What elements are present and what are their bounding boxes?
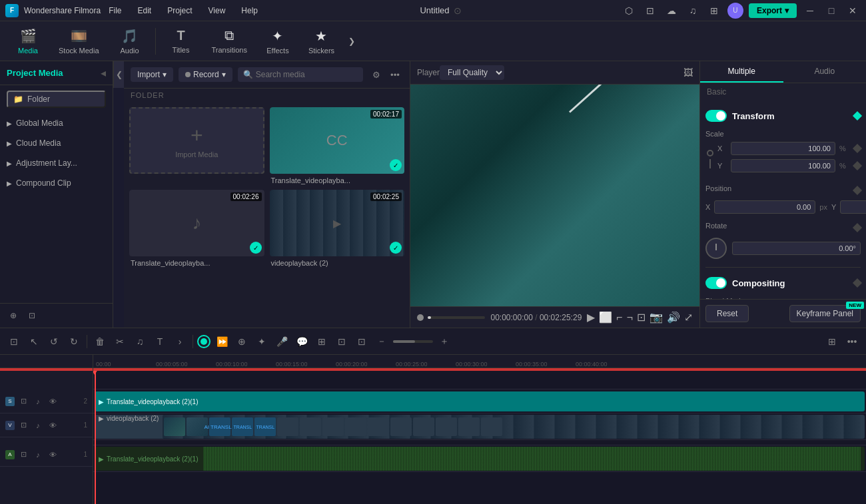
icon-audio-ext[interactable]: ♫ xyxy=(685,3,701,19)
toolbar-expand-btn[interactable]: ❯ xyxy=(345,35,358,48)
maximize-button[interactable]: □ xyxy=(823,3,839,19)
fullscreen-btn[interactable]: ⤢ xyxy=(684,311,693,324)
tl-text-btn[interactable]: T xyxy=(151,333,169,350)
scale-y-keyframe[interactable] xyxy=(853,161,862,170)
nav-global-media[interactable]: ▶ Global Media xyxy=(0,113,113,133)
track-lock-btn-2[interactable]: ⊡ xyxy=(17,395,29,407)
nav-cloud-media[interactable]: ▶ Cloud Media xyxy=(0,133,113,153)
tl-mic-btn[interactable]: 🎤 xyxy=(273,333,290,350)
tool-stock-media[interactable]: 🎞️ Stock Media xyxy=(51,24,107,59)
track-lock-btn-1[interactable]: ⊡ xyxy=(17,419,29,431)
tool-media[interactable]: 🎬 Media xyxy=(8,24,48,59)
icon-cloud[interactable]: ⬡ xyxy=(621,3,637,19)
mark-out-btn[interactable]: ¬ xyxy=(627,311,633,324)
pos-y-input[interactable] xyxy=(840,200,866,214)
title-settings-icon[interactable]: ⊙ xyxy=(454,5,462,16)
user-avatar[interactable]: U xyxy=(727,3,743,19)
tl-grid-btn[interactable]: ⊞ xyxy=(823,333,841,350)
tl-undo-btn[interactable]: ↺ xyxy=(45,333,63,350)
scale-x-keyframe[interactable] xyxy=(853,144,862,153)
rotate-input[interactable] xyxy=(732,242,861,255)
pos-x-input[interactable] xyxy=(714,200,815,214)
rotate-keyframe[interactable] xyxy=(853,223,862,232)
tl-ai-btn[interactable]: ⊡ xyxy=(333,333,350,350)
tl-more-btn[interactable]: › xyxy=(171,333,189,350)
minimize-button[interactable]: ─ xyxy=(802,3,818,19)
quality-select[interactable]: Full Quality 1/2 Quality 1/4 Quality Aut… xyxy=(440,65,504,80)
transform-keyframe-diamond[interactable] xyxy=(853,111,862,121)
track-eye-btn-2[interactable]: 👁 xyxy=(47,395,59,407)
tl-cut-btn[interactable]: ✂ xyxy=(111,333,129,350)
nav-adjustment-layer[interactable]: ▶ Adjustment Lay... xyxy=(0,153,113,173)
scale-y-input[interactable] xyxy=(731,159,835,172)
menu-edit[interactable]: Edit xyxy=(135,5,155,17)
tl-select-btn[interactable]: ↖ xyxy=(25,333,43,350)
keyframe-panel-button[interactable]: Keyframe Panel NEW xyxy=(789,305,861,322)
play-button[interactable]: ▶ xyxy=(587,311,595,324)
playhead-track[interactable] xyxy=(428,316,485,319)
track-speaker-btn-2[interactable]: ♪ xyxy=(32,395,44,407)
track-eye-btn-1[interactable]: 👁 xyxy=(47,419,59,431)
tl-audio-btn[interactable]: ♫ xyxy=(131,333,149,350)
icon-cloud2[interactable]: ☁ xyxy=(663,3,679,19)
add-folder-btn[interactable]: ⊕ xyxy=(7,309,20,322)
menu-file[interactable]: File xyxy=(106,5,124,17)
folder-button[interactable]: 📁 Folder xyxy=(7,91,106,108)
menu-view[interactable]: View xyxy=(206,5,228,17)
transform-toggle[interactable] xyxy=(705,110,727,122)
filter-btn[interactable]: ⚙ xyxy=(368,67,384,83)
mark-in-btn[interactable]: ⌐ xyxy=(616,311,622,324)
tool-titles[interactable]: T Titles xyxy=(161,24,201,58)
track-eye-btn-a1[interactable]: 👁 xyxy=(47,449,59,461)
tl-stabilize-btn[interactable]: ⊞ xyxy=(313,333,330,350)
compositing-keyframe-diamond[interactable] xyxy=(853,278,862,288)
tl-settings-btn[interactable]: ••• xyxy=(843,333,861,350)
tool-stickers[interactable]: ★ Stickers xyxy=(300,24,342,59)
track-lock-btn-a1[interactable]: ⊡ xyxy=(17,449,29,461)
rotate-wheel[interactable] xyxy=(705,238,727,259)
list-item[interactable]: ▶ 00:02:25 ✓ videoplayback (2) xyxy=(270,190,405,267)
import-media-tile[interactable]: + Import Media xyxy=(129,107,264,174)
tool-effects[interactable]: ✦ Effects xyxy=(258,24,298,59)
menu-help[interactable]: Help xyxy=(238,5,260,17)
icon-grid[interactable]: ⊞ xyxy=(706,3,722,19)
tl-snap-btn[interactable]: ⊕ xyxy=(233,333,250,350)
tool-transitions[interactable]: ⧉ Transitions xyxy=(204,24,255,58)
clip-subtitle[interactable]: ▶ Translate_videoplayback (2)(1) xyxy=(95,391,865,411)
new-folder-btn[interactable]: ⊡ xyxy=(25,309,39,322)
tl-subtitle-btn[interactable]: 💬 xyxy=(293,333,310,350)
tool-audio[interactable]: 🎵 Audio xyxy=(110,24,150,59)
import-button[interactable]: Import ▾ xyxy=(131,67,173,82)
tl-split-btn[interactable]: ⊡ xyxy=(5,333,23,350)
list-item[interactable]: CC 00:02:17 ✓ Translate_videoplayba... xyxy=(270,107,405,184)
menu-project[interactable]: Project xyxy=(165,5,195,17)
track-speaker-btn-a1[interactable]: ♪ xyxy=(32,449,44,461)
clip-video[interactable]: ▶ videoplayback (2) AI TRANSL... xyxy=(95,415,865,439)
audio-btn[interactable]: 🔊 xyxy=(667,311,680,324)
export-button[interactable]: Export ▾ xyxy=(749,3,797,18)
snapshot-btn[interactable]: 🖼 xyxy=(683,67,693,78)
close-button[interactable]: ✕ xyxy=(845,3,861,19)
tl-motion-btn[interactable]: ✦ xyxy=(253,333,270,350)
volume-slider[interactable] xyxy=(393,340,433,343)
more-btn[interactable]: ••• xyxy=(387,67,403,83)
tl-redo-btn[interactable]: ↻ xyxy=(65,333,83,350)
search-input[interactable] xyxy=(256,70,358,79)
icon-mobile[interactable]: ⊡ xyxy=(642,3,658,19)
list-item[interactable]: ♪ 00:02:26 ✓ Translate_videoplayba... xyxy=(129,190,264,267)
snapshot-btn2[interactable]: 📷 xyxy=(650,311,663,324)
tab-multiple[interactable]: Multiple xyxy=(700,61,783,83)
tl-color-btn[interactable]: ⊡ xyxy=(353,333,370,350)
position-keyframe[interactable] xyxy=(853,186,862,195)
compositing-toggle[interactable] xyxy=(705,277,727,289)
vol-btn[interactable]: ⊡ xyxy=(637,311,646,324)
clip-audio[interactable]: ▶ Translate_videoplayback (2)(1) xyxy=(95,447,865,471)
list-item[interactable]: + Import Media xyxy=(129,107,264,184)
panel-collapse-btn[interactable]: ❮ xyxy=(113,61,124,88)
scale-x-input[interactable] xyxy=(731,142,835,155)
tl-speed-btn[interactable]: ⏩ xyxy=(213,333,230,350)
tl-plus-btn[interactable]: ＋ xyxy=(436,333,453,350)
nav-compound-clip[interactable]: ▶ Compound Clip xyxy=(0,173,113,193)
record-button[interactable]: Record ▾ xyxy=(179,67,232,82)
tl-minus-btn[interactable]: － xyxy=(373,333,390,350)
